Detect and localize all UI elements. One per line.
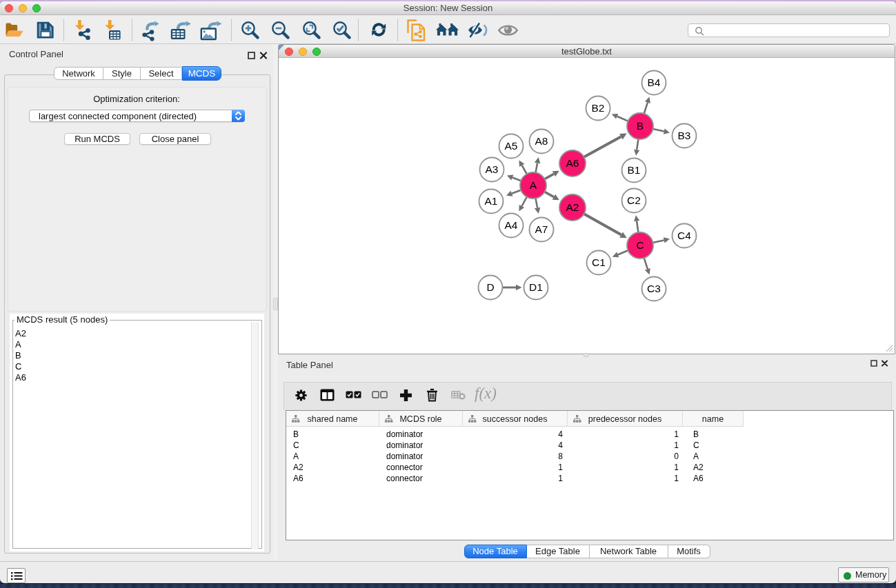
svg-text:B4: B4 — [648, 77, 661, 88]
svg-text:C1: C1 — [592, 256, 606, 268]
svg-text:D: D — [486, 281, 494, 293]
svg-text:B3: B3 — [678, 130, 691, 141]
svg-text:A2: A2 — [566, 201, 579, 213]
svg-text:D1: D1 — [529, 281, 543, 293]
svg-text:B2: B2 — [592, 102, 605, 114]
svg-text:C4: C4 — [677, 230, 691, 241]
svg-text:A3: A3 — [486, 163, 499, 175]
svg-text:C: C — [636, 239, 644, 251]
svg-text:A7: A7 — [535, 223, 548, 235]
svg-text:A: A — [530, 179, 537, 191]
svg-text:A6: A6 — [566, 157, 579, 169]
svg-text:A5: A5 — [505, 140, 518, 152]
svg-text:B1: B1 — [628, 164, 641, 176]
svg-text:A1: A1 — [485, 195, 498, 207]
svg-text:C2: C2 — [627, 194, 641, 206]
svg-text:C3: C3 — [647, 283, 661, 294]
svg-text:A8: A8 — [535, 135, 548, 147]
svg-text:B: B — [637, 120, 644, 132]
svg-text:A4: A4 — [505, 219, 518, 231]
